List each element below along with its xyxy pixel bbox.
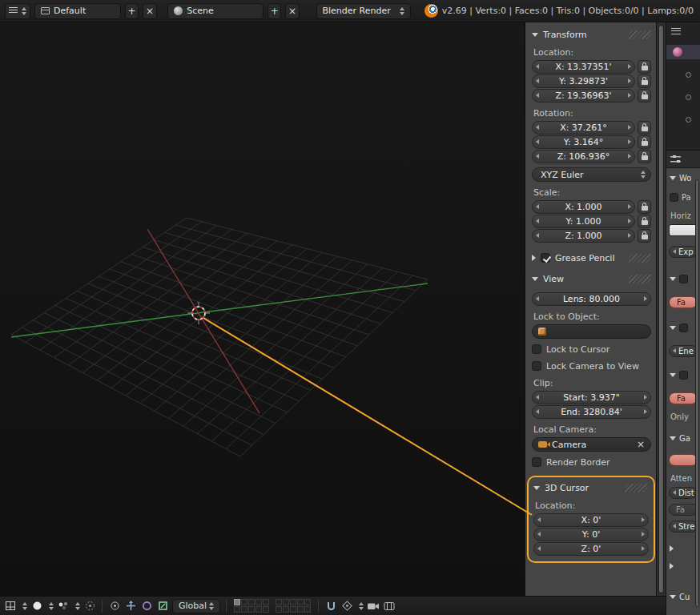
panel-header-indirect[interactable] [670,368,698,381]
outliner-item-dot[interactable] [686,117,691,123]
increment-arrow-icon[interactable] [644,296,647,301]
distance-field[interactable]: Dist [669,487,698,499]
lock-to-cursor-row[interactable]: Lock to Cursor [532,343,651,356]
render-opengl-anim-button[interactable] [383,599,396,613]
editor-type-button[interactable] [5,3,30,19]
decrement-arrow-icon[interactable] [536,395,539,400]
lock-scale-y-button[interactable] [638,215,651,228]
right-editor-strip[interactable]: Wo Pa Horiz Exp Fa Ene Fa Only Ga Atten … [666,22,700,615]
increment-arrow-icon[interactable] [628,139,631,144]
scale-y-field[interactable]: Y: 1.000 [532,215,635,228]
lock-rotation-y-button[interactable] [638,135,651,149]
collapsed-panel-header[interactable] [670,542,698,555]
rotation-y-field[interactable]: Y: 3.164° [532,135,635,149]
pivot-point-button[interactable] [108,599,121,613]
viewport-shading-button[interactable] [30,599,43,613]
panel-header-grease-pencil[interactable]: Grease Pencil [532,251,651,265]
location-y-field[interactable]: Y: 3.29873' [532,74,635,88]
close-screen-button[interactable]: × [143,3,156,19]
horizon-color-swatch[interactable] [669,224,698,236]
scale-z-field[interactable]: Z: 1.000 [532,229,635,243]
layer-toggle[interactable] [255,606,262,613]
lock-scale-x-button[interactable] [638,200,651,214]
exposure-field[interactable]: Exp [669,246,698,258]
layers-group-right[interactable] [276,599,311,613]
layer-toggle[interactable] [297,599,304,605]
layer-toggle[interactable] [290,606,296,613]
layer-toggle[interactable] [290,599,296,605]
panel-header-3d-cursor[interactable]: 3D Cursor [533,480,649,495]
render-border-checkbox[interactable] [532,457,541,467]
increment-arrow-icon[interactable] [644,395,647,400]
ao-factor-slider[interactable]: Fa [669,296,698,308]
scrollbar-thumb[interactable] [658,25,664,593]
rotation-x-field[interactable]: X: 37.261° [532,121,635,135]
increment-arrow-icon[interactable] [628,204,631,209]
layer-toggle[interactable] [304,599,311,605]
lock-location-x-button[interactable] [638,60,651,74]
rotation-z-field[interactable]: Z: 106.936° [532,150,635,163]
location-x-field[interactable]: X: 13.37351' [532,60,635,74]
render-border-row[interactable]: Render Border [532,456,651,468]
panel-header-ao[interactable] [670,272,698,285]
layer-toggle[interactable] [304,606,311,613]
layer-toggle[interactable] [276,606,282,613]
collapsed-panel-header[interactable] [670,560,698,573]
paper-sky-checkbox[interactable] [670,193,678,202]
scale-x-field[interactable]: X: 1.000 [532,200,635,214]
clear-camera-button[interactable]: × [637,440,645,449]
layer-toggle[interactable] [241,606,247,613]
mode-select-button[interactable] [57,599,70,613]
env-lighting-checkbox[interactable] [679,324,688,332]
snap-magnet-button[interactable] [324,599,337,613]
decrement-arrow-icon[interactable] [536,204,539,209]
location-z-field[interactable]: Z: 19.36963' [532,89,635,102]
decrement-arrow-icon[interactable] [537,517,541,522]
layer-toggle[interactable] [255,599,262,605]
layer-toggle[interactable] [263,599,269,605]
increment-arrow-icon[interactable] [628,154,631,159]
indirect-checkbox[interactable] [679,371,688,380]
viewport-editor-type-button[interactable] [4,599,17,613]
lock-to-cursor-checkbox[interactable] [532,344,541,354]
increment-arrow-icon[interactable] [628,93,631,98]
outliner-item-dot[interactable] [686,72,691,78]
close-scene-button[interactable]: × [285,3,299,19]
layer-toggle[interactable] [283,599,289,605]
sidebar-scrollbar[interactable] [656,22,666,596]
lock-camera-row[interactable]: Lock Camera to View [532,360,651,372]
lock-camera-checkbox[interactable] [532,361,541,371]
layers-group-left[interactable] [234,599,269,613]
panel-drag-widget[interactable] [625,484,647,492]
clip-start-field[interactable]: Start: 3.937" [532,391,651,404]
panel-header-custom[interactable]: Cu [670,590,698,603]
lock-rotation-x-button[interactable] [638,121,651,135]
clip-end-field[interactable]: End: 3280.84' [532,405,651,419]
manipulator-translate-button[interactable] [124,599,137,613]
cursor-y-field[interactable]: Y: 0' [533,528,649,541]
layer-toggle[interactable] [234,606,240,613]
outliner-world-item[interactable] [666,45,700,59]
panel-header-env-lighting[interactable] [670,321,698,334]
ao-checkbox[interactable] [679,275,688,283]
decrement-arrow-icon[interactable] [536,409,539,414]
lens-field[interactable]: Lens: 80.000 [532,292,651,306]
snap-element-button[interactable] [340,599,353,613]
increment-arrow-icon[interactable] [642,532,645,537]
decrement-arrow-icon[interactable] [536,296,539,301]
strength-field[interactable]: Stre [669,521,698,533]
decrement-arrow-icon[interactable] [536,93,539,98]
increment-arrow-icon[interactable] [628,125,631,130]
panel-header-transform[interactable]: Transform [532,27,651,42]
lock-rotation-z-button[interactable] [638,150,651,163]
panel-drag-widget[interactable] [629,275,651,283]
outliner-item-dot[interactable] [686,94,691,100]
gather-method-button[interactable] [669,454,698,466]
manipulator-rotate-button[interactable] [140,599,153,613]
viewport-3d[interactable] [0,22,524,596]
outliner-region[interactable] [666,22,700,151]
indirect-factor-slider[interactable]: Fa [669,392,698,404]
proportional-edit-button[interactable] [83,599,96,613]
panel-drag-widget[interactable] [629,30,651,39]
decrement-arrow-icon[interactable] [536,219,539,223]
